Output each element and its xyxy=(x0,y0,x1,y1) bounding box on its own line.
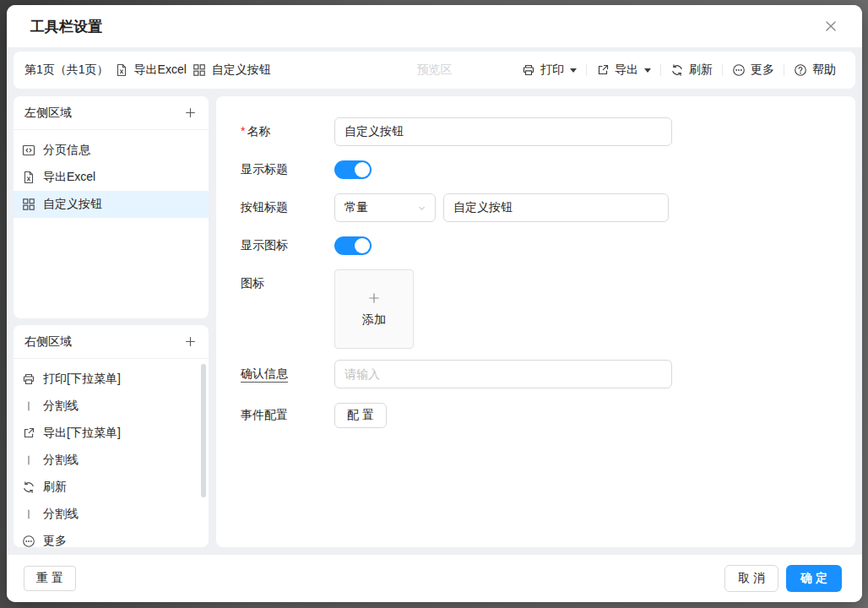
right-area-header: 右侧区域 xyxy=(14,325,209,359)
show-title-label: 显示标题 xyxy=(241,162,334,177)
confirm-info-input[interactable] xyxy=(334,360,672,388)
page-info-label[interactable]: 第1页（共1页） xyxy=(24,62,109,78)
print-button[interactable]: 打印 xyxy=(513,62,586,78)
list-item-more[interactable]: 更多 xyxy=(14,528,209,547)
right-area-title: 右侧区域 xyxy=(24,334,72,350)
name-label: *名称 xyxy=(241,124,334,139)
form-row-show-icon: 显示图标 xyxy=(241,236,835,255)
dialog-header: 工具栏设置 xyxy=(7,5,862,47)
list-item-divider-line[interactable]: 分割线 xyxy=(14,447,209,474)
grid-icon xyxy=(193,63,206,77)
event-config-label: 事件配置 xyxy=(241,408,334,423)
plus-icon[interactable] xyxy=(184,106,197,119)
help-label: 帮助 xyxy=(812,62,836,78)
reset-button[interactable]: 重 置 xyxy=(24,566,76,591)
left-column: 左侧区域 分页信息 xyxy=(14,96,209,547)
grid-icon xyxy=(22,198,35,211)
toggle-knob xyxy=(355,162,370,177)
select-value: 常量 xyxy=(344,200,368,215)
refresh-icon xyxy=(22,480,35,494)
left-area-title: 左侧区域 xyxy=(24,106,72,121)
settings-form-panel: *名称 显示标题 按钮标题 常量 xyxy=(216,96,855,547)
add-label: 添加 xyxy=(362,312,386,328)
main-area: 左侧区域 分页信息 xyxy=(14,96,855,547)
name-input[interactable] xyxy=(334,117,672,146)
export-icon xyxy=(22,426,35,440)
left-area-panel: 左侧区域 分页信息 xyxy=(14,96,209,318)
toolbar-settings-dialog: 工具栏设置 预览区 第1页（共1页） 导出Excel 自定义按钮 xyxy=(7,5,862,602)
caret-down-icon xyxy=(570,68,577,73)
list-item-export-excel[interactable]: 导出Excel xyxy=(14,164,209,191)
divider-line-icon xyxy=(22,399,35,413)
list-item-label: 导出[下拉菜单] xyxy=(43,426,121,441)
help-icon xyxy=(794,63,807,77)
preview-left-items: 第1页（共1页） 导出Excel 自定义按钮 xyxy=(24,62,271,78)
dialog-content: 预览区 第1页（共1页） 导出Excel 自定义按钮 打印 xyxy=(7,47,862,554)
print-label: 打印 xyxy=(540,62,564,78)
dialog-footer: 重 置 取 消 确 定 xyxy=(7,554,862,602)
show-icon-toggle[interactable] xyxy=(334,236,372,255)
right-area-list: 打印[下拉菜单] 分割线 导出[下拉菜单] xyxy=(14,359,209,547)
list-item-custom-button[interactable]: 自定义按钮 xyxy=(14,191,209,218)
list-item-refresh[interactable]: 刷新 xyxy=(14,474,209,501)
list-item-print-dropdown[interactable]: 打印[下拉菜单] xyxy=(14,366,209,393)
dialog-title: 工具栏设置 xyxy=(30,17,102,36)
divider-line-icon xyxy=(22,453,35,467)
icon-label: 图标 xyxy=(241,269,334,291)
list-item-label: 分割线 xyxy=(43,453,79,468)
preview-item-export-excel[interactable]: 导出Excel xyxy=(134,62,187,78)
list-item-label: 更多 xyxy=(43,534,67,547)
list-item-label: 自定义按钮 xyxy=(43,197,102,212)
preview-toolbar: 预览区 第1页（共1页） 导出Excel 自定义按钮 打印 xyxy=(14,52,855,89)
refresh-label: 刷新 xyxy=(689,62,713,78)
list-item-label: 分页信息 xyxy=(43,143,90,158)
required-asterisk: * xyxy=(241,124,245,138)
caret-down-icon xyxy=(644,68,651,73)
config-button[interactable]: 配 置 xyxy=(334,403,387,428)
list-item-export-dropdown[interactable]: 导出[下拉菜单] xyxy=(14,420,209,447)
scrollbar-thumb[interactable] xyxy=(201,364,206,497)
list-item-divider-line[interactable]: 分割线 xyxy=(14,393,209,420)
show-title-toggle[interactable] xyxy=(334,160,372,179)
list-item-divider-line[interactable]: 分割线 xyxy=(14,501,209,528)
more-icon xyxy=(22,535,35,547)
printer-icon xyxy=(22,372,35,386)
confirm-info-label: 确认信息 xyxy=(241,366,334,382)
more-button[interactable]: 更多 xyxy=(723,62,784,78)
left-area-list: 分页信息 导出Excel 自定义按钮 xyxy=(14,130,209,218)
export-label: 导出 xyxy=(615,62,638,78)
refresh-button[interactable]: 刷新 xyxy=(661,62,722,78)
refresh-icon xyxy=(670,63,684,77)
export-icon xyxy=(596,63,610,77)
help-button[interactable]: 帮助 xyxy=(784,62,845,78)
list-item-label: 刷新 xyxy=(43,480,67,495)
printer-icon xyxy=(522,63,535,77)
toggle-knob xyxy=(355,238,370,253)
export-button[interactable]: 导出 xyxy=(587,62,660,78)
icon-add-button[interactable]: 添加 xyxy=(334,269,414,349)
close-icon[interactable] xyxy=(820,15,842,37)
button-title-type-select[interactable]: 常量 xyxy=(334,193,436,222)
cancel-button[interactable]: 取 消 xyxy=(724,565,778,592)
more-icon xyxy=(732,63,746,77)
excel-file-icon xyxy=(115,63,128,77)
preview-actions: 打印 导出 刷新 xyxy=(513,62,845,78)
form-row-event-config: 事件配置 配 置 xyxy=(241,403,835,428)
plus-icon[interactable] xyxy=(184,335,197,348)
button-title-input[interactable] xyxy=(443,193,669,222)
excel-file-icon xyxy=(22,171,35,184)
left-area-header: 左侧区域 xyxy=(14,96,209,130)
show-icon-label: 显示图标 xyxy=(241,238,334,253)
list-item-label: 导出Excel xyxy=(43,170,95,185)
list-item-label: 分割线 xyxy=(43,399,79,414)
list-item-label: 打印[下拉菜单] xyxy=(43,372,121,387)
form-row-name: *名称 xyxy=(241,117,835,146)
form-row-icon: 图标 添加 xyxy=(241,269,835,349)
form-row-button-title: 按钮标题 常量 xyxy=(241,193,835,222)
more-label: 更多 xyxy=(751,62,774,78)
list-item-page-info[interactable]: 分页信息 xyxy=(14,137,209,164)
list-item-label: 分割线 xyxy=(43,507,79,522)
preview-item-custom-button[interactable]: 自定义按钮 xyxy=(212,62,271,78)
confirm-button[interactable]: 确 定 xyxy=(786,565,842,592)
form-row-confirm-info: 确认信息 xyxy=(241,360,835,388)
